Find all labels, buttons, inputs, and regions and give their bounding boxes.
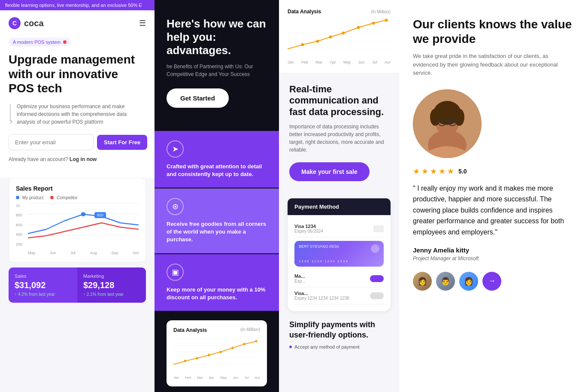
svg-point-15 bbox=[243, 343, 246, 345]
advantage-card-2-text: Receive free goodies from all corners of… bbox=[167, 220, 267, 244]
svg-point-28 bbox=[385, 19, 388, 22]
testimonial-role: Project Manager at Microsoft bbox=[413, 255, 574, 261]
advantages-column: Here's how we can help you: advantages. … bbox=[155, 0, 279, 392]
advantage-card-3-text: Keep more of your money with a 10% disco… bbox=[167, 286, 267, 301]
advantage-card-1-text: Crafted with great attention to detail a… bbox=[167, 163, 267, 178]
data-analysis-mini: Data Analysis (In Million) JanFebMarApr bbox=[167, 320, 267, 386]
payment-row-ma: Ma... Exp... bbox=[294, 270, 384, 287]
svg-point-12 bbox=[208, 354, 210, 356]
svg-point-14 bbox=[231, 347, 234, 349]
gift-icon: ⊛ bbox=[167, 198, 184, 215]
email-input[interactable] bbox=[9, 134, 94, 150]
badge: A modern POS system bbox=[9, 38, 71, 46]
headline: Upgrade management with our innovative P… bbox=[9, 52, 146, 96]
send-icon: ➤ bbox=[167, 140, 184, 158]
main-content: Real-time communication and fast data pr… bbox=[279, 73, 399, 198]
main-title: Real-time communication and fast data pr… bbox=[289, 84, 389, 118]
main-desc: Importance of data processing includes b… bbox=[289, 123, 389, 154]
simplify-item-1: Accept any method of payment bbox=[289, 344, 389, 349]
payment-card: Payment Method Visa 1234 Expiry 06/2024 … bbox=[288, 198, 391, 311]
payment-row-1: Visa 1234 Expiry 06/2024 bbox=[294, 220, 384, 237]
make-first-sale-button[interactable]: Make your first sale bbox=[289, 162, 370, 181]
data-analysis-card: Data Analysis (In Million) JanFebMarAprM… bbox=[279, 0, 399, 73]
testimonial-nav: 👩 👨 👩 → bbox=[413, 272, 574, 291]
star-4: ★ bbox=[439, 167, 446, 176]
svg-point-11 bbox=[196, 357, 198, 359]
bullet-icon bbox=[289, 346, 292, 348]
stats-row: Sales $31,092 ↑ 4.2% from last year Mark… bbox=[9, 267, 146, 303]
advantage-card-3: ▣ Keep more of your money with a 10% dis… bbox=[155, 254, 279, 311]
svg-point-4 bbox=[81, 212, 86, 216]
testimonial-quote: " I really enjoy my work and it makes me… bbox=[413, 183, 574, 238]
chart-peak-badge: 820 bbox=[94, 212, 106, 218]
svg-point-23 bbox=[316, 40, 319, 43]
testimonial-section-desc: We take great pride in the satisfaction … bbox=[413, 52, 574, 77]
simplify-section: Simplify payments with user-friendly opt… bbox=[279, 311, 399, 361]
legend-my-product: My product bbox=[16, 195, 43, 200]
stat-sales: Sales $31,092 ↑ 4.2% from last year bbox=[9, 267, 77, 303]
nav-avatar-3[interactable]: 👩 bbox=[459, 272, 478, 291]
star-2: ★ bbox=[421, 167, 428, 176]
logo: C coca bbox=[9, 17, 44, 29]
svg-point-22 bbox=[301, 43, 304, 46]
payment-row-visa2: Visa... Expiry 1234 1234 1234 1236 bbox=[294, 287, 384, 304]
testimonial-section-title: Our clients knows the value we provide bbox=[413, 17, 574, 46]
login-text: Already have an account? Log in now bbox=[9, 156, 146, 162]
star-3: ★ bbox=[430, 167, 437, 176]
svg-point-25 bbox=[342, 32, 345, 35]
star-rating: ★ ★ ★ ★ ★ 5.0 bbox=[413, 167, 574, 176]
menu-icon[interactable]: ☰ bbox=[139, 18, 146, 28]
svg-point-26 bbox=[357, 26, 360, 29]
navbar: C coca ☰ bbox=[9, 17, 146, 29]
nav-avatar-2[interactable]: 👨 bbox=[436, 272, 455, 291]
simplify-title: Simplify payments with user-friendly opt… bbox=[289, 320, 389, 340]
testimonial-column: Our clients knows the value we provide W… bbox=[399, 0, 588, 392]
discount-icon: ▣ bbox=[167, 264, 184, 281]
advantages-subtitle: he Benefits of Partnering with Us: Our C… bbox=[167, 63, 267, 78]
testimonial-avatar bbox=[413, 89, 482, 158]
badge-dot bbox=[63, 40, 67, 44]
star-5: ★ bbox=[447, 167, 454, 176]
col2-bottom: Data Analysis (In Million) JanFebMarApr bbox=[155, 312, 279, 392]
arrow-decoration bbox=[9, 103, 12, 126]
advantages-title: Here's how we can help you: advantages. bbox=[167, 17, 267, 58]
report-legend: My product Competitor bbox=[16, 195, 139, 200]
advantages-header: Here's how we can help you: advantages. … bbox=[155, 0, 279, 131]
report-title: Sales Report bbox=[16, 185, 139, 192]
advantage-card-1: ➤ Crafted with great attention to detail… bbox=[155, 131, 279, 188]
logo-icon: C bbox=[9, 17, 21, 29]
sales-report: Sales Report My product Competitor 1k800… bbox=[9, 178, 146, 262]
sales-chart: 1k800600400200 820 bbox=[16, 204, 139, 255]
svg-point-24 bbox=[329, 36, 332, 39]
advantage-card-2: ⊛ Receive free goodies from all corners … bbox=[155, 188, 279, 253]
rating-value: 5.0 bbox=[458, 168, 467, 175]
stat-marketing-change: ↑ 2.1% from last year bbox=[83, 292, 140, 297]
description-block: Optimize your business performance and m… bbox=[9, 103, 146, 126]
svg-point-27 bbox=[372, 22, 375, 25]
email-row: Start For Free bbox=[9, 134, 146, 150]
data-payment-column: Data Analysis (In Million) JanFebMarAprM… bbox=[279, 0, 399, 392]
login-link[interactable]: Log in now bbox=[70, 156, 97, 162]
payment-toggle-visa[interactable] bbox=[370, 292, 384, 299]
get-started-button[interactable]: Get Started bbox=[167, 88, 229, 108]
stat-sales-change: ↑ 4.2% from last year bbox=[15, 292, 71, 297]
top-banner: flexible learning options, live mentorsh… bbox=[0, 0, 155, 10]
start-free-button[interactable]: Start For Free bbox=[97, 135, 147, 150]
star-1: ★ bbox=[413, 167, 420, 176]
next-testimonial-button[interactable]: → bbox=[482, 272, 501, 291]
chart-y-labels: 1k800600400200 bbox=[16, 204, 26, 246]
svg-point-16 bbox=[255, 340, 258, 343]
legend-competitor: Competitor bbox=[50, 195, 78, 200]
stat-marketing: Marketing $29,128 ↑ 2.1% from last year bbox=[77, 267, 146, 303]
chart-area: 820 bbox=[28, 204, 139, 246]
svg-point-13 bbox=[219, 351, 222, 353]
nav-avatar-1[interactable]: 👩 bbox=[413, 272, 432, 291]
payment-toggle-ma[interactable] bbox=[370, 275, 384, 282]
description-text: Optimize your business performance and m… bbox=[17, 103, 146, 126]
testimonial-name: Jenny Amelia kitty bbox=[413, 246, 574, 254]
chart-x-labels: MayJunJulAugSepOct bbox=[28, 251, 139, 255]
pos-column: flexible learning options, live mentorsh… bbox=[0, 0, 155, 392]
payment-title: Payment Method bbox=[288, 198, 391, 215]
svg-point-10 bbox=[184, 360, 187, 362]
